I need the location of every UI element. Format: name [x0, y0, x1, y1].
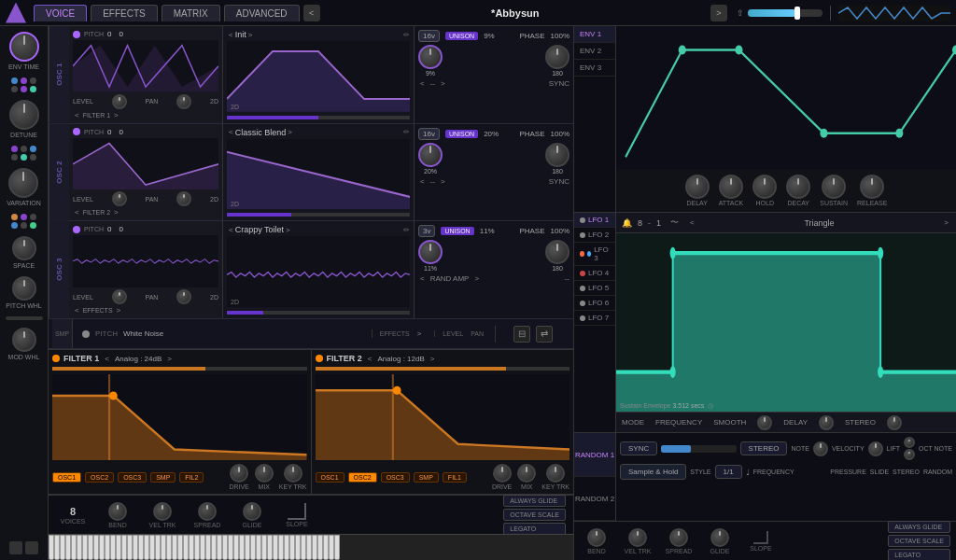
env-delay-knob[interactable] [685, 175, 710, 199]
osc3-unison-knob[interactable] [418, 240, 443, 264]
smp-indicator[interactable] [82, 330, 90, 338]
osc1-level-knob[interactable] [112, 94, 127, 109]
tab-effects[interactable]: EFFECTS [91, 5, 158, 21]
env-decay-knob[interactable] [786, 175, 810, 199]
lfo1-tab[interactable]: LFO 1 [574, 213, 615, 228]
piano-white-key[interactable] [334, 535, 340, 560]
filter2-nav-left[interactable]: < [366, 355, 374, 363]
rp-always-glide-btn[interactable]: ALWAYS GLIDE [888, 521, 950, 533]
env1-tab[interactable]: ENV 1 [574, 26, 615, 43]
env3-tab[interactable]: ENV 3 [574, 60, 615, 77]
filter2-fil1-btn[interactable]: FIL1 [443, 472, 467, 483]
osc2-indicator[interactable] [73, 128, 80, 135]
osc1-wt-nav-right[interactable]: > [246, 31, 255, 39]
osc2-wt-edit[interactable]: ✏ [403, 128, 410, 136]
random-stereo-btn[interactable]: STEREO [740, 441, 788, 455]
osc3-wt-nav-right[interactable]: > [284, 226, 292, 234]
random2-tab[interactable]: RANDOM 2 [574, 477, 615, 521]
osc1-phase-knob[interactable] [545, 45, 569, 69]
lfo-smooth-knob[interactable] [757, 415, 772, 430]
filter2-keytrk-knob[interactable] [546, 464, 565, 483]
filter2-drive-knob[interactable] [493, 464, 512, 483]
vel-trk-knob[interactable] [153, 502, 172, 521]
tab-voice[interactable]: VOICE [34, 5, 87, 21]
filter1-osc1-btn[interactable]: OSC1 [52, 472, 81, 483]
random-note-knob[interactable] [813, 441, 828, 456]
osc3-pan-knob[interactable] [176, 289, 191, 304]
rp-legato-btn[interactable]: LEGATO [888, 549, 950, 560]
filter2-mix-knob[interactable] [517, 464, 536, 483]
always-glide-btn[interactable]: ALWAYS GLIDE [503, 495, 566, 507]
lfo-stereo-knob[interactable] [887, 415, 902, 430]
lfo-shape-nav-right[interactable]: > [942, 218, 950, 227]
nav-left-arrow[interactable]: < [303, 5, 320, 21]
rp-vel-trk-knob[interactable] [628, 528, 647, 547]
env-release-knob[interactable] [860, 175, 884, 199]
osc3-level-knob[interactable] [112, 289, 127, 304]
osc2-pan-knob[interactable] [176, 191, 191, 206]
pitch-whl-knob[interactable] [12, 276, 36, 301]
filter2-osc3-btn[interactable]: OSC3 [381, 472, 410, 483]
osc1-indicator[interactable] [73, 31, 80, 38]
rp-glide-knob[interactable] [710, 528, 729, 547]
lfo4-tab[interactable]: LFO 4 [574, 266, 615, 281]
detune-knob[interactable] [9, 100, 39, 130]
bend-knob[interactable] [108, 502, 127, 521]
filter1-mix-knob[interactable] [255, 464, 274, 483]
env-hold-knob[interactable] [752, 175, 777, 199]
env2-tab[interactable]: ENV 2 [574, 43, 615, 60]
rp-bend-knob[interactable] [587, 528, 606, 547]
osc1-filter-nav-left[interactable]: < [73, 111, 81, 119]
osc1-unison-toggle[interactable]: UNISON [445, 32, 478, 40]
osc3-indicator[interactable] [73, 226, 80, 233]
random-freq-val[interactable]: 1/1 [715, 465, 742, 479]
env-sustain-knob[interactable] [822, 175, 846, 199]
rp-octave-scale-btn[interactable]: OCTAVE SCALE [888, 535, 950, 547]
filter1-smp-btn[interactable]: SMP [150, 472, 176, 483]
lfo6-tab[interactable]: LFO 6 [574, 296, 615, 311]
filter1-osc3-btn[interactable]: OSC3 [118, 472, 147, 483]
random1-tab[interactable]: RANDOM 1 [574, 433, 615, 477]
random-lift-knob1[interactable] [904, 437, 915, 448]
osc2-unison-toggle[interactable]: UNISON [445, 130, 478, 138]
filter1-nav-right[interactable]: > [165, 355, 174, 363]
env-attack-knob[interactable] [719, 175, 743, 199]
lfo5-tab[interactable]: LFO 5 [574, 281, 615, 296]
filter2-osc2-btn[interactable]: OSC2 [348, 472, 377, 483]
lfo2-tab[interactable]: LFO 2 [574, 228, 615, 243]
space-knob[interactable] [12, 236, 36, 260]
osc1-wt-edit[interactable]: ✏ [403, 31, 410, 39]
tab-advanced[interactable]: ADVANCED [224, 5, 300, 21]
nav-right-arrow[interactable]: > [710, 5, 727, 21]
variation-knob[interactable] [8, 168, 38, 198]
random-vel-knob[interactable] [868, 441, 883, 456]
master-volume-slider[interactable] [748, 9, 822, 17]
osc1-pan-knob[interactable] [176, 94, 191, 109]
osc3-unison-toggle[interactable]: UNISON [441, 227, 473, 235]
osc1-filter-nav-right[interactable]: > [112, 111, 120, 119]
random-sync-btn[interactable]: SYNC [620, 441, 657, 455]
lfo-shape-nav-left[interactable]: < [688, 218, 696, 227]
env-time-knob[interactable] [9, 32, 39, 62]
spread-knob[interactable] [198, 502, 217, 521]
glide-knob[interactable] [243, 502, 261, 521]
osc1-wt-nav-left[interactable]: < [227, 31, 235, 39]
filter2-nav-right[interactable]: > [429, 355, 437, 363]
osc2-wt-nav-left[interactable]: < [227, 128, 235, 136]
osc2-wt-nav-right[interactable]: > [286, 128, 294, 136]
rp-spread-knob[interactable] [669, 528, 688, 547]
osc2-phase-knob[interactable] [545, 143, 569, 167]
osc2-unison-knob[interactable] [418, 143, 443, 167]
mod-whl-knob[interactable] [12, 328, 36, 352]
filter1-keytrk-knob[interactable] [284, 464, 302, 483]
osc2-filter-nav-left[interactable]: < [73, 208, 81, 217]
osc3-wt-edit[interactable]: ✏ [403, 226, 410, 234]
filter2-osc1-btn[interactable]: OSC1 [316, 472, 344, 483]
filter1-osc2-btn[interactable]: OSC2 [85, 472, 114, 483]
filter1-drive-knob[interactable] [230, 464, 248, 483]
octave-scale-btn[interactable]: OCTAVE SCALE [503, 509, 566, 521]
lfo-delay-knob[interactable] [819, 415, 834, 430]
osc3-filter-nav-left[interactable]: < [73, 306, 81, 315]
osc3-phase-knob[interactable] [545, 240, 569, 264]
osc3-wt-nav-left[interactable]: < [227, 226, 235, 234]
